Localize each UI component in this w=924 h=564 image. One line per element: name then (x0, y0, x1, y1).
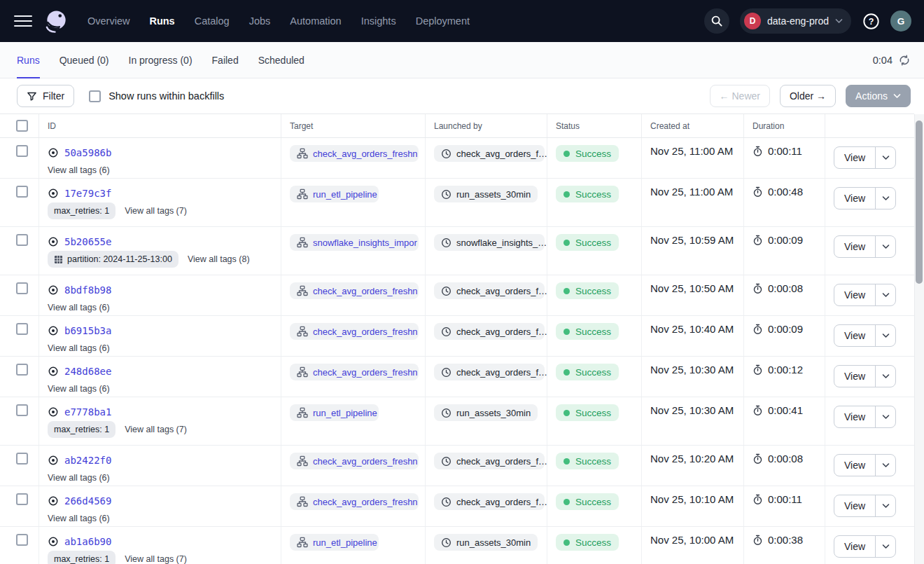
row-checkbox[interactable] (16, 364, 28, 376)
row-checkbox[interactable] (16, 453, 28, 465)
view-dropdown-button[interactable] (875, 536, 895, 557)
target-pill[interactable]: run_etl_pipeline (290, 534, 379, 551)
view-all-tags-link[interactable]: View all tags (6) (48, 473, 110, 483)
view-all-tags-link[interactable]: View all tags (6) (48, 384, 110, 394)
launched-by-pill[interactable]: check_avg_orders_f… (434, 282, 545, 299)
row-checkbox[interactable] (16, 534, 28, 546)
view-all-tags-link[interactable]: View all tags (7) (125, 554, 187, 564)
row-checkbox[interactable] (16, 234, 28, 246)
view-button[interactable]: View (834, 495, 875, 516)
nav-item-overview[interactable]: Overview (88, 15, 130, 27)
nav-item-insights[interactable]: Insights (361, 15, 396, 27)
scrollbar-thumb[interactable] (916, 121, 923, 284)
view-all-tags-link[interactable]: View all tags (6) (48, 165, 110, 175)
view-button[interactable]: View (834, 236, 875, 257)
nav-item-runs[interactable]: Runs (149, 15, 174, 27)
view-button[interactable]: View (834, 406, 875, 427)
view-button[interactable]: View (834, 284, 875, 305)
view-button[interactable]: View (834, 188, 875, 209)
select-all-checkbox[interactable] (16, 120, 28, 132)
view-dropdown-button[interactable] (875, 406, 895, 427)
view-dropdown-button[interactable] (875, 188, 895, 209)
view-button[interactable]: View (834, 536, 875, 557)
status-label: Success (575, 367, 611, 378)
stopwatch-icon (752, 186, 763, 198)
row-checkbox[interactable] (16, 145, 28, 157)
tab-runs[interactable]: Runs (17, 42, 40, 78)
view-dropdown-button[interactable] (875, 495, 895, 516)
view-all-tags-link[interactable]: View all tags (7) (125, 425, 187, 434)
view-button[interactable]: View (834, 325, 875, 346)
run-id-link[interactable]: 8bdf8b98 (64, 284, 111, 296)
row-checkbox[interactable] (16, 282, 28, 294)
view-dropdown-button[interactable] (875, 325, 895, 346)
launched-by-pill[interactable]: check_avg_orders_f… (434, 145, 545, 162)
row-checkbox[interactable] (16, 404, 28, 416)
run-id-link[interactable]: 266d4569 (64, 495, 111, 507)
launched-by-pill[interactable]: check_avg_orders_f… (434, 453, 545, 469)
chevron-down-icon (882, 195, 890, 201)
dagster-logo-icon[interactable] (43, 8, 69, 34)
run-id-link[interactable]: 5b20655e (64, 236, 111, 247)
target-pill[interactable]: run_etl_pipeline (290, 404, 379, 421)
nav-item-automation[interactable]: Automation (290, 15, 341, 27)
target-pill[interactable]: snowflake_insights_import (290, 234, 419, 251)
view-dropdown-button[interactable] (875, 236, 895, 257)
launched-by-pill[interactable]: run_assets_30min (434, 404, 538, 421)
target-pill[interactable]: check_avg_orders_freshne (290, 453, 419, 469)
target-pill[interactable]: check_avg_orders_freshne (290, 145, 419, 162)
nav-item-jobs[interactable]: Jobs (249, 15, 271, 27)
row-checkbox[interactable] (16, 493, 28, 505)
launched-by-pill[interactable]: check_avg_orders_f… (434, 493, 545, 510)
actions-button[interactable]: Actions (846, 85, 911, 107)
run-id-link[interactable]: 248d68ee (64, 366, 111, 377)
launched-by-pill[interactable]: check_avg_orders_f… (434, 364, 545, 380)
view-dropdown-button[interactable] (875, 366, 895, 387)
nav-item-deployment[interactable]: Deployment (416, 15, 470, 27)
run-id-link[interactable]: ab2422f0 (64, 455, 111, 466)
run-id-link[interactable]: ab1a6b90 (64, 536, 111, 547)
search-button[interactable] (704, 8, 729, 34)
view-all-tags-link[interactable]: View all tags (8) (188, 254, 250, 264)
run-id-link[interactable]: 50a5986b (64, 147, 111, 158)
run-id-link[interactable]: e7778ba1 (64, 406, 111, 418)
tab-queued-0[interactable]: Queued (0) (59, 42, 109, 78)
launched-by-pill[interactable]: run_assets_30min (434, 534, 538, 551)
help-button[interactable]: ? (862, 12, 880, 30)
tab-in-progress-0[interactable]: In progress (0) (129, 42, 192, 78)
hamburger-menu-icon[interactable] (14, 15, 32, 27)
target-pill[interactable]: check_avg_orders_freshne (290, 323, 419, 340)
view-dropdown-button[interactable] (875, 147, 895, 168)
row-checkbox[interactable] (16, 323, 28, 335)
refresh-icon[interactable] (899, 55, 910, 66)
deployment-switcher[interactable]: D data-eng-prod (740, 8, 851, 34)
user-avatar[interactable]: G (890, 11, 911, 32)
view-button[interactable]: View (834, 366, 875, 387)
older-button[interactable]: Older → (780, 85, 836, 107)
launched-by-pill[interactable]: check_avg_orders_f… (434, 323, 545, 340)
target-pill[interactable]: check_avg_orders_freshne (290, 493, 419, 510)
nav-item-catalog[interactable]: Catalog (195, 15, 230, 27)
view-button[interactable]: View (834, 455, 875, 476)
filter-button[interactable]: Filter (17, 85, 74, 107)
view-dropdown-button[interactable] (875, 284, 895, 305)
target-pill[interactable]: check_avg_orders_freshne (290, 282, 419, 299)
view-dropdown-button[interactable] (875, 455, 895, 476)
run-id-link[interactable]: b6915b3a (64, 325, 111, 336)
status-cell: Success (547, 527, 642, 564)
show-backfills-checkbox[interactable] (89, 90, 101, 102)
target-pill[interactable]: run_etl_pipeline (290, 186, 379, 202)
view-all-tags-link[interactable]: View all tags (6) (48, 514, 110, 523)
target-pill[interactable]: check_avg_orders_freshne (290, 364, 419, 380)
view-all-tags-link[interactable]: View all tags (6) (48, 343, 110, 353)
launched-by-pill[interactable]: snowflake_insights_… (434, 234, 545, 251)
view-all-tags-link[interactable]: View all tags (7) (125, 206, 187, 216)
tab-failed[interactable]: Failed (212, 42, 239, 78)
row-checkbox[interactable] (16, 186, 28, 198)
view-all-tags-link[interactable]: View all tags (6) (48, 303, 110, 312)
launched-by-pill[interactable]: run_assets_30min (434, 186, 538, 202)
tab-scheduled[interactable]: Scheduled (258, 42, 304, 78)
newer-button[interactable]: ← Newer (710, 85, 770, 107)
view-button[interactable]: View (834, 147, 875, 168)
run-id-link[interactable]: 17e79c3f (64, 188, 111, 199)
